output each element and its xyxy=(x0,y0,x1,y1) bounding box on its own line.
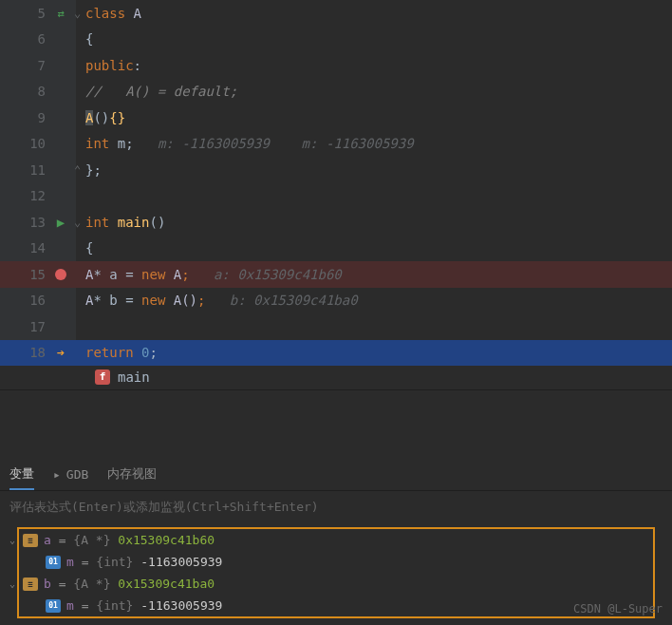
code-editor[interactable]: 5⇄ 6 7 8 9 10 11 12 13▶ 14 15 16 17 18➔ … xyxy=(0,0,672,363)
int-icon: 01 xyxy=(46,556,61,569)
line-number: 14 xyxy=(23,240,46,256)
tab-variables[interactable]: 变量 xyxy=(9,465,34,490)
watch-expression-input[interactable]: 评估表达式(Enter)或添加监视(Ctrl+Shift+Enter) xyxy=(0,491,672,523)
struct-icon: ≡ xyxy=(23,578,38,591)
line-number: 12 xyxy=(23,188,46,203)
line-number: 13 xyxy=(23,215,46,230)
code-area[interactable]: ⌄ class A { public: // A() = default; A(… xyxy=(76,0,672,363)
run-icon[interactable]: ▶ xyxy=(53,215,68,230)
chevron-down-icon[interactable]: ⌄ xyxy=(9,578,15,589)
variable-row[interactable]: 01 m = {int} -1163005939 xyxy=(19,595,653,616)
line-number: 16 xyxy=(23,293,46,308)
breadcrumb: f main xyxy=(0,363,672,389)
swap-icon: ⇄ xyxy=(53,7,68,20)
line-number: 10 xyxy=(23,136,46,151)
struct-icon: ≡ xyxy=(23,534,38,547)
line-number: 9 xyxy=(23,110,46,125)
tab-memory[interactable]: 内存视图 xyxy=(107,465,157,483)
gdb-icon: ▸ xyxy=(53,467,61,482)
execution-arrow-icon: ➔ xyxy=(53,345,68,360)
variable-row[interactable]: ⌄ ≡ a = {A *} 0x15309c41b60 xyxy=(19,529,653,551)
breakpoint-icon[interactable] xyxy=(53,269,68,280)
line-number: 7 xyxy=(23,58,46,73)
fold-icon[interactable]: ⌄ xyxy=(74,216,81,229)
line-number: 15 xyxy=(23,267,46,282)
gutter: 5⇄ 6 7 8 9 10 11 12 13▶ 14 15 16 17 18➔ xyxy=(0,0,76,363)
tab-gdb[interactable]: ▸GDB xyxy=(53,465,88,483)
line-number: 5 xyxy=(23,6,46,21)
line-number: 11 xyxy=(23,162,46,178)
variables-panel: ⌄ ≡ a = {A *} 0x15309c41b60 01 m = {int}… xyxy=(17,527,655,618)
line-number: 6 xyxy=(23,31,46,47)
line-number: 18 xyxy=(23,345,46,360)
breadcrumb-label[interactable]: main xyxy=(118,369,150,385)
function-badge-icon: f xyxy=(95,369,110,385)
fold-icon[interactable]: ⌄ xyxy=(74,7,81,20)
fold-icon[interactable]: ⌃ xyxy=(74,163,81,177)
line-number: 17 xyxy=(23,319,46,334)
int-icon: 01 xyxy=(46,599,61,613)
line-number: 8 xyxy=(23,84,46,99)
chevron-down-icon[interactable]: ⌄ xyxy=(9,535,15,545)
variable-row[interactable]: 01 m = {int} -1163005939 xyxy=(19,551,653,573)
watermark: CSDN @L-Super xyxy=(573,602,663,616)
variable-row[interactable]: ⌄ ≡ b = {A *} 0x15309c41ba0 xyxy=(19,573,653,595)
debug-tabs: 变量 ▸GDB 内存视图 xyxy=(0,456,672,491)
